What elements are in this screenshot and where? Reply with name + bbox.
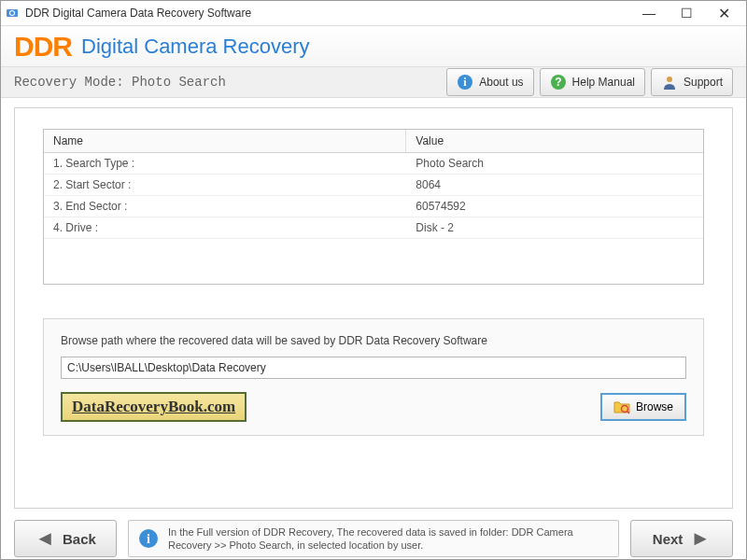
- maximize-button[interactable]: ☐: [668, 1, 705, 25]
- info-icon: i: [138, 528, 159, 549]
- about-button[interactable]: i About us: [446, 68, 533, 96]
- browse-row: DataRecoveryBook.com Browse: [61, 392, 686, 422]
- help-icon: ?: [550, 74, 567, 91]
- subheader-buttons: i About us ? Help Manual Support: [446, 68, 733, 96]
- product-name: Digital Camera Recovery: [81, 35, 310, 59]
- cell-value: Disk - 2: [406, 217, 703, 238]
- app-window: DDR Digital Camera Data Recovery Softwar…: [0, 0, 747, 560]
- table-body: 1. Search Type : Photo Search 2. Start S…: [44, 153, 703, 284]
- arrow-right-icon: ►: [690, 526, 711, 551]
- cell-name: 1. Search Type :: [44, 153, 406, 174]
- cell-name: 4. Drive :: [44, 217, 406, 238]
- close-button[interactable]: ✕: [705, 1, 742, 25]
- header: DDR Digital Camera Recovery: [1, 26, 746, 67]
- svg-point-7: [667, 77, 672, 82]
- content-area: Name Value 1. Search Type : Photo Search…: [1, 98, 746, 518]
- help-button[interactable]: ? Help Manual: [540, 68, 645, 96]
- path-input[interactable]: [61, 357, 686, 379]
- arrow-left-icon: ◄: [35, 526, 55, 551]
- browse-label: Browse path where the recovered data wil…: [61, 334, 686, 347]
- window-controls: — ☐ ✕: [630, 1, 742, 25]
- support-button[interactable]: Support: [651, 68, 733, 96]
- svg-point-2: [10, 11, 14, 15]
- app-icon: [5, 6, 20, 21]
- recovery-mode-label: Recovery Mode: Photo Search: [14, 75, 226, 90]
- help-label: Help Manual: [572, 76, 635, 89]
- subheader: Recovery Mode: Photo Search i About us ?…: [1, 67, 746, 98]
- svg-text:?: ?: [555, 76, 561, 89]
- column-name: Name: [44, 130, 406, 152]
- cell-name: 2. Start Sector :: [44, 175, 406, 195]
- folder-search-icon: [613, 399, 630, 414]
- table-row-empty: [44, 239, 703, 261]
- cell-value: 8064: [406, 175, 703, 195]
- cell-value: Photo Search: [406, 153, 703, 174]
- browse-button-label: Browse: [636, 400, 673, 413]
- table-row: 1. Search Type : Photo Search: [44, 153, 703, 175]
- table-row-empty: [44, 261, 703, 284]
- table-row: 2. Start Sector : 8064: [44, 175, 703, 196]
- summary-table: Name Value 1. Search Type : Photo Search…: [43, 129, 704, 285]
- table-row: 3. End Sector : 60574592: [44, 196, 703, 217]
- info-text: In the Full version of DDR Recovery, The…: [168, 525, 609, 553]
- cell-name: 3. End Sector :: [44, 196, 406, 217]
- logo-text: DDR: [14, 31, 72, 63]
- browse-section: Browse path where the recovered data wil…: [43, 318, 704, 436]
- back-label: Back: [63, 531, 96, 547]
- support-icon: [661, 74, 678, 91]
- cell-value: 60574592: [406, 196, 703, 217]
- column-value: Value: [406, 130, 703, 152]
- table-header: Name Value: [44, 130, 703, 153]
- logo: DDR Digital Camera Recovery: [14, 31, 310, 63]
- main-panel: Name Value 1. Search Type : Photo Search…: [14, 107, 733, 509]
- back-button[interactable]: ◄ Back: [14, 520, 117, 557]
- info-box: i In the Full version of DDR Recovery, T…: [128, 520, 619, 557]
- info-icon: i: [457, 74, 473, 91]
- next-label: Next: [653, 531, 684, 547]
- footer: ◄ Back i In the Full version of DDR Reco…: [1, 518, 746, 559]
- promo-banner: DataRecoveryBook.com: [61, 392, 247, 422]
- svg-text:i: i: [147, 532, 150, 546]
- window-title: DDR Digital Camera Data Recovery Softwar…: [25, 7, 630, 20]
- table-row: 4. Drive : Disk - 2: [44, 217, 703, 239]
- minimize-button[interactable]: —: [630, 1, 668, 25]
- titlebar: DDR Digital Camera Data Recovery Softwar…: [1, 1, 746, 26]
- about-label: About us: [479, 76, 523, 89]
- support-label: Support: [684, 76, 723, 89]
- next-button[interactable]: Next ►: [630, 520, 733, 557]
- browse-button[interactable]: Browse: [600, 393, 686, 421]
